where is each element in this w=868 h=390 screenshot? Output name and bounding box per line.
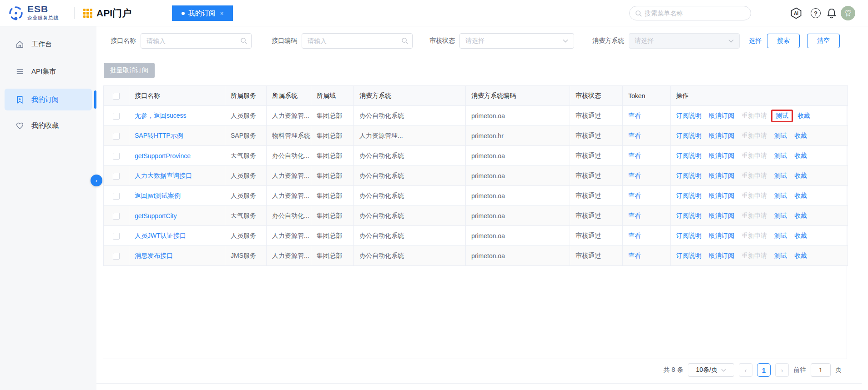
row-action-link[interactable]: 测试	[774, 232, 787, 240]
row-action-link[interactable]: 测试	[774, 132, 787, 140]
consumer-select-link[interactable]: 选择	[749, 37, 762, 45]
row-action-link[interactable]: 收藏	[794, 192, 807, 200]
tab-label: 我的订阅	[188, 9, 216, 18]
row-action-link[interactable]: 取消订阅	[709, 192, 734, 200]
row-action-link[interactable]: 取消订阅	[709, 152, 734, 160]
row-action-link[interactable]: 取消订阅	[709, 252, 734, 260]
row-action-link[interactable]: 取消订阅	[709, 172, 734, 180]
menu-search-input[interactable]	[645, 10, 745, 17]
bell-icon[interactable]	[826, 8, 837, 19]
row-checkbox-cell	[104, 126, 129, 146]
row-action-link[interactable]: 测试	[774, 172, 787, 180]
api-name-link[interactable]: 无参，返回sucess	[129, 106, 225, 126]
row-action-link[interactable]: 收藏	[794, 232, 807, 240]
token-view-link[interactable]: 查看	[623, 126, 671, 146]
api-name-link[interactable]: 人力大数据查询接口	[129, 166, 225, 186]
api-name-link[interactable]: 人员JWT认证接口	[129, 226, 225, 246]
row-action-link: 重新申请	[742, 152, 767, 160]
row-action-link[interactable]: 收藏	[794, 152, 807, 160]
api-name-input[interactable]	[141, 33, 252, 49]
row-action-link[interactable]: 订阅说明	[676, 212, 701, 220]
token-view-link[interactable]: 查看	[623, 206, 671, 226]
select-all-checkbox[interactable]	[113, 93, 120, 100]
service-cell: 人员服务	[225, 186, 267, 206]
row-checkbox[interactable]	[113, 153, 120, 160]
api-code-input[interactable]	[302, 33, 413, 49]
goto-page-input[interactable]	[811, 363, 831, 377]
pagination: 共 8 条 10条/页 ‹ 1 › 前往 页	[663, 363, 842, 377]
row-action-link[interactable]: 订阅说明	[676, 132, 701, 140]
batch-unsubscribe-button[interactable]: 批量取消订阅	[104, 63, 155, 78]
token-view-link[interactable]: 查看	[623, 246, 671, 266]
row-action-link[interactable]: 订阅说明	[676, 252, 701, 260]
consumer-code-cell: primeton.oa	[466, 246, 570, 266]
row-checkbox[interactable]	[113, 173, 120, 180]
token-view-link[interactable]: 查看	[623, 106, 671, 126]
row-action-link[interactable]: 订阅说明	[676, 172, 701, 180]
user-avatar[interactable]: 管	[841, 6, 855, 20]
row-checkbox[interactable]	[113, 253, 120, 260]
row-action-link[interactable]: 收藏	[797, 112, 810, 120]
row-checkbox[interactable]	[113, 113, 120, 120]
audit-status-cell: 审核通过	[570, 226, 623, 246]
row-action-link[interactable]: 取消订阅	[709, 232, 734, 240]
row-checkbox[interactable]	[113, 233, 120, 240]
api-name-link[interactable]: getSupportProvince	[129, 146, 225, 166]
tab-close-icon[interactable]: ×	[220, 10, 224, 17]
row-checkbox[interactable]	[113, 193, 120, 200]
row-action-link[interactable]: 测试	[774, 212, 787, 220]
token-view-link[interactable]: 查看	[623, 226, 671, 246]
row-action-link[interactable]: 收藏	[794, 172, 807, 180]
prev-page-button[interactable]: ‹	[739, 363, 752, 377]
menu-search[interactable]	[629, 6, 751, 20]
audit-status-select[interactable]: 请选择	[459, 33, 574, 49]
consumer-system-cell: 办公自动化系统	[354, 106, 466, 126]
row-action-link[interactable]: 取消订阅	[709, 212, 734, 220]
row-checkbox-cell	[104, 166, 129, 186]
row-checkbox[interactable]	[113, 133, 120, 140]
row-action-link[interactable]: 收藏	[794, 132, 807, 140]
row-checkbox-cell	[104, 106, 129, 126]
token-view-link[interactable]: 查看	[623, 166, 671, 186]
api-name-link[interactable]: SAP转HTTP示例	[129, 126, 225, 146]
row-action-link[interactable]: 测试	[774, 152, 787, 160]
row-checkbox-cell	[104, 186, 129, 206]
next-page-button[interactable]: ›	[775, 363, 789, 377]
page-size-select[interactable]: 10条/页	[688, 363, 734, 377]
api-name-link[interactable]: getSupportCity	[129, 206, 225, 226]
page-number-1[interactable]: 1	[757, 363, 771, 377]
api-name-link[interactable]: 消息发布接口	[129, 246, 225, 266]
clear-button[interactable]: 清空	[807, 34, 840, 48]
sidebar-item-my-favorites[interactable]: 我的收藏	[5, 116, 92, 135]
api-name-link[interactable]: 返回jwt测试案例	[129, 186, 225, 206]
row-action-link[interactable]: 测试	[774, 192, 787, 200]
ai-assistant-icon[interactable]: AI	[790, 7, 802, 19]
domain-cell: 集团总部	[311, 246, 354, 266]
token-view-link[interactable]: 查看	[623, 186, 671, 206]
help-icon[interactable]: ?	[811, 8, 821, 18]
consumer-system-cell: 办公自动化系统	[354, 246, 466, 266]
row-action-link[interactable]: 订阅说明	[676, 152, 701, 160]
filter-label: 接口编码	[272, 37, 297, 45]
row-action-link[interactable]: 测试	[771, 110, 793, 122]
row-action-link[interactable]: 取消订阅	[709, 132, 734, 140]
search-button[interactable]: 搜索	[767, 34, 800, 48]
chevron-left-icon: ‹	[96, 177, 97, 184]
sidebar-item-workbench[interactable]: 工作台	[5, 35, 92, 53]
table-row: 返回jwt测试案例人员服务人力资源管...集团总部办公自动化系统primeton…	[104, 186, 848, 206]
row-action-link[interactable]: 订阅说明	[676, 112, 701, 120]
row-action-link[interactable]: 收藏	[794, 212, 807, 220]
col-domain: 所属域	[311, 86, 354, 106]
row-action-link[interactable]: 收藏	[794, 252, 807, 260]
sidebar-item-my-subscriptions[interactable]: 我的订阅	[5, 89, 92, 110]
tab-my-subscriptions[interactable]: 我的订阅 ×	[172, 5, 233, 21]
audit-status-cell: 审核通过	[570, 186, 623, 206]
row-action-link[interactable]: 测试	[774, 252, 787, 260]
row-checkbox[interactable]	[113, 213, 120, 220]
sidebar-collapse-button[interactable]: ‹	[91, 175, 102, 186]
token-view-link[interactable]: 查看	[623, 146, 671, 166]
row-action-link[interactable]: 取消订阅	[709, 112, 734, 120]
row-action-link[interactable]: 订阅说明	[676, 232, 701, 240]
row-action-link[interactable]: 订阅说明	[676, 192, 701, 200]
sidebar-item-api-market[interactable]: API集市	[5, 62, 92, 80]
